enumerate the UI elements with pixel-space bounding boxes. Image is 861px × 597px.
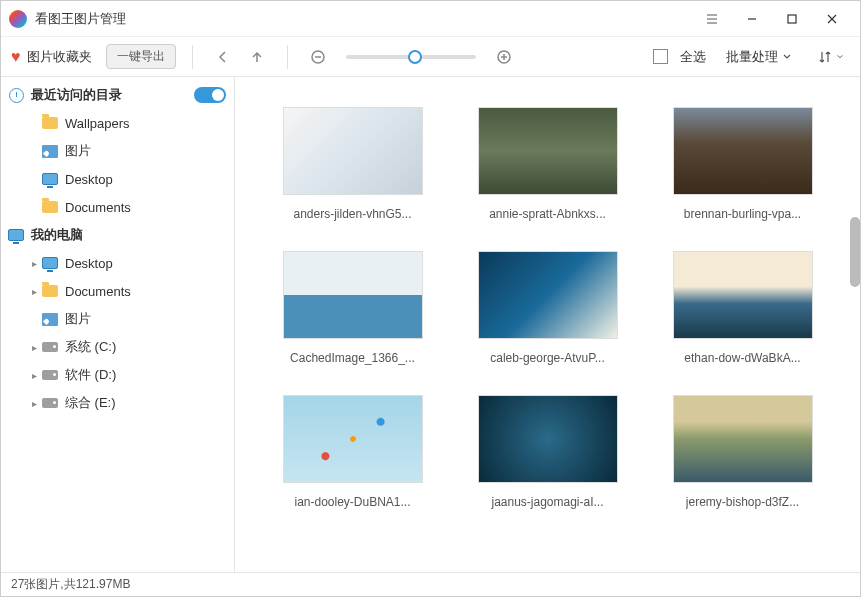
recent-section[interactable]: 最近访问的目录 [1,81,234,109]
batch-process-button[interactable]: 批量处理 [726,48,792,66]
monitor-icon [8,229,24,241]
expander-icon[interactable]: ▸ [27,342,41,353]
recent-item[interactable]: Documents [1,193,234,221]
recent-item[interactable]: Desktop [1,165,234,193]
computer-item[interactable]: ▸ Documents [1,277,234,305]
thumbnail-item[interactable]: CachedImage_1366_... [275,251,430,365]
computer-item[interactable]: ▸ 系统 (C:) [1,333,234,361]
close-button[interactable] [812,5,852,33]
drive-icon [42,342,58,352]
divider [287,45,288,69]
folder-icon [42,285,58,297]
tree-label: Wallpapers [65,116,130,131]
image-folder-icon [42,145,58,158]
thumbnail-label: annie-spratt-Abnkxs... [489,207,606,221]
computer-item[interactable]: ▸ Desktop [1,249,234,277]
thumbnail-image[interactable] [673,395,813,483]
select-all-checkbox[interactable] [653,49,668,64]
folder-icon [42,201,58,213]
up-button[interactable] [243,43,271,71]
back-button[interactable] [209,43,237,71]
folder-icon [42,117,58,129]
tree-label: 综合 (E:) [65,394,116,412]
thumbnail-image[interactable] [673,251,813,339]
sort-button[interactable] [812,50,850,64]
mycomputer-section[interactable]: 我的电脑 [1,221,234,249]
favorites-label[interactable]: 图片收藏夹 [27,48,92,66]
monitor-icon [42,173,58,185]
thumbnail-image[interactable] [478,107,618,195]
recent-toggle[interactable] [194,87,226,103]
thumbnail-label: CachedImage_1366_... [290,351,415,365]
mycomputer-label: 我的电脑 [31,226,83,244]
recent-item[interactable]: 图片 [1,137,234,165]
thumbnail-area: anders-jilden-vhnG5... annie-spratt-Abnk… [235,77,860,572]
thumbnail-label: brennan-burling-vpa... [684,207,801,221]
scrollbar[interactable] [850,217,860,287]
thumbnail-item[interactable]: brennan-burling-vpa... [665,107,820,221]
drive-icon [42,398,58,408]
tree-label: Documents [65,284,131,299]
clock-icon [9,88,24,103]
minimize-button[interactable] [732,5,772,33]
thumbnail-image[interactable] [478,251,618,339]
thumbnail-item[interactable]: anders-jilden-vhnG5... [275,107,430,221]
drive-icon [42,370,58,380]
tree-label: 系统 (C:) [65,338,116,356]
thumbnail-image[interactable] [283,395,423,483]
expander-icon[interactable]: ▸ [27,286,41,297]
expander-icon[interactable]: ▸ [27,398,41,409]
sidebar: 最近访问的目录 Wallpapers 图片 Desktop Documents … [1,77,235,572]
zoom-out-button[interactable] [304,43,332,71]
menu-button[interactable] [692,12,732,26]
divider [192,45,193,69]
select-all-label[interactable]: 全选 [680,48,706,66]
thumbnail-item[interactable]: ethan-dow-dWaBkA... [665,251,820,365]
svg-rect-0 [788,15,796,23]
zoom-in-button[interactable] [490,43,518,71]
monitor-icon [42,257,58,269]
thumbnail-label: ian-dooley-DuBNA1... [294,495,410,509]
thumbnail-item[interactable]: jaanus-jagomagi-aI... [470,395,625,509]
thumbnail-item[interactable]: jeremy-bishop-d3fZ... [665,395,820,509]
computer-item[interactable]: 图片 [1,305,234,333]
tree-label: Desktop [65,256,113,271]
thumbnail-label: jeremy-bishop-d3fZ... [686,495,799,509]
heart-icon: ♥ [11,48,21,66]
batch-label: 批量处理 [726,48,778,66]
app-icon [9,10,27,28]
thumbnail-item[interactable]: annie-spratt-Abnkxs... [470,107,625,221]
app-title: 看图王图片管理 [35,10,692,28]
tree-label: Documents [65,200,131,215]
maximize-button[interactable] [772,5,812,33]
thumbnail-item[interactable]: ian-dooley-DuBNA1... [275,395,430,509]
tree-label: 图片 [65,310,91,328]
image-folder-icon [42,313,58,326]
zoom-slider[interactable] [346,55,476,59]
export-button[interactable]: 一键导出 [106,44,176,69]
recent-item[interactable]: Wallpapers [1,109,234,137]
thumbnail-item[interactable]: caleb-george-AtvuP... [470,251,625,365]
tree-label: 图片 [65,142,91,160]
expander-icon[interactable]: ▸ [27,258,41,269]
computer-item[interactable]: ▸ 软件 (D:) [1,361,234,389]
status-text: 27张图片,共121.97MB [11,576,130,593]
thumbnail-image[interactable] [478,395,618,483]
recent-label: 最近访问的目录 [31,86,122,104]
expander-icon[interactable]: ▸ [27,370,41,381]
thumbnail-image[interactable] [283,107,423,195]
computer-item[interactable]: ▸ 综合 (E:) [1,389,234,417]
tree-label: Desktop [65,172,113,187]
thumbnail-label: caleb-george-AtvuP... [490,351,605,365]
tree-label: 软件 (D:) [65,366,116,384]
thumbnail-label: ethan-dow-dWaBkA... [684,351,800,365]
thumbnail-label: anders-jilden-vhnG5... [293,207,411,221]
thumbnail-label: jaanus-jagomagi-aI... [491,495,603,509]
thumbnail-image[interactable] [283,251,423,339]
thumbnail-image[interactable] [673,107,813,195]
